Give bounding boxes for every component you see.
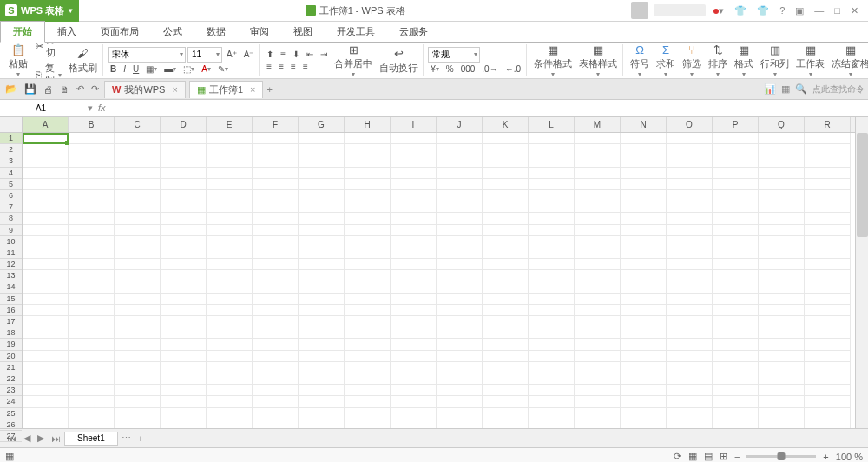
cell[interactable] <box>621 327 667 339</box>
cell[interactable] <box>23 408 69 419</box>
cell[interactable] <box>115 339 161 350</box>
cell[interactable] <box>713 327 759 339</box>
cell[interactable] <box>161 305 207 316</box>
cell[interactable] <box>345 168 391 179</box>
row-header[interactable]: 17 <box>0 316 22 327</box>
cell[interactable] <box>667 316 713 327</box>
cell[interactable] <box>23 362 69 373</box>
cell[interactable] <box>575 294 621 305</box>
cell[interactable] <box>299 385 345 396</box>
cell[interactable] <box>161 396 207 407</box>
cell[interactable] <box>483 316 529 327</box>
row-header[interactable]: 5 <box>0 179 22 190</box>
cell[interactable] <box>713 168 759 179</box>
comma-icon[interactable]: 000 <box>458 63 478 75</box>
cell[interactable] <box>299 133 345 144</box>
cell[interactable] <box>115 408 161 419</box>
cell[interactable] <box>805 305 851 316</box>
cell[interactable] <box>713 362 759 373</box>
cell[interactable] <box>621 419 667 428</box>
print-preview-icon[interactable]: 🗎 <box>58 83 71 96</box>
cell[interactable] <box>23 236 69 248</box>
col-header[interactable]: H <box>345 117 391 132</box>
cell[interactable] <box>437 144 483 155</box>
fill-color-button[interactable]: ▬ <box>161 63 179 75</box>
cell[interactable] <box>345 419 391 428</box>
cell[interactable] <box>345 316 391 327</box>
cell[interactable] <box>437 362 483 373</box>
cell[interactable] <box>345 373 391 385</box>
cell[interactable] <box>161 133 207 144</box>
menu-插入[interactable]: 插入 <box>45 22 89 42</box>
cell[interactable] <box>529 396 575 407</box>
cell[interactable] <box>437 339 483 350</box>
cell[interactable] <box>115 270 161 281</box>
cell[interactable] <box>529 155 575 167</box>
cell[interactable] <box>667 373 713 385</box>
cell[interactable] <box>529 373 575 385</box>
cell[interactable] <box>437 225 483 236</box>
zoom-slider[interactable] <box>746 455 816 458</box>
undo-icon[interactable]: ↶ <box>75 82 86 96</box>
cell[interactable] <box>391 305 437 316</box>
col-header[interactable]: E <box>207 117 253 132</box>
cell[interactable] <box>161 144 207 155</box>
cell[interactable] <box>391 408 437 419</box>
cell[interactable] <box>299 316 345 327</box>
cell[interactable] <box>759 270 805 281</box>
align-justify-icon[interactable]: ≡ <box>300 61 311 72</box>
cell[interactable] <box>667 168 713 179</box>
cell[interactable] <box>115 213 161 224</box>
cell[interactable] <box>713 133 759 144</box>
cell[interactable] <box>621 351 667 362</box>
cell[interactable] <box>207 294 253 305</box>
cell[interactable] <box>713 201 759 213</box>
cell[interactable] <box>529 385 575 396</box>
cell[interactable] <box>115 248 161 259</box>
cell[interactable] <box>805 362 851 373</box>
cond-format-button[interactable]: ▦条件格式 <box>531 43 575 79</box>
cell[interactable] <box>805 248 851 259</box>
cell[interactable] <box>161 155 207 167</box>
close-tab-icon[interactable]: × <box>250 84 255 95</box>
cell[interactable] <box>391 213 437 224</box>
cell[interactable] <box>69 168 115 179</box>
row-header[interactable]: 12 <box>0 259 22 270</box>
cell[interactable] <box>391 179 437 190</box>
row-header[interactable]: 9 <box>0 225 22 236</box>
cell[interactable] <box>299 339 345 350</box>
cell[interactable] <box>713 259 759 270</box>
cell[interactable] <box>161 327 207 339</box>
cell[interactable] <box>437 327 483 339</box>
cell[interactable] <box>667 270 713 281</box>
zoom-in-icon[interactable]: + <box>823 452 828 462</box>
cell[interactable] <box>805 201 851 213</box>
cell[interactable] <box>621 168 667 179</box>
col-header[interactable]: C <box>115 117 161 132</box>
cell[interactable] <box>529 339 575 350</box>
cell[interactable] <box>345 270 391 281</box>
cell[interactable] <box>759 190 805 201</box>
cell[interactable] <box>575 281 621 293</box>
cell[interactable] <box>207 408 253 419</box>
tab-workbook[interactable]: ▦工作簿1× <box>189 81 264 98</box>
cell[interactable] <box>713 419 759 428</box>
cell[interactable] <box>23 281 69 293</box>
cell[interactable] <box>759 305 805 316</box>
cell[interactable] <box>575 179 621 190</box>
cell[interactable] <box>759 248 805 259</box>
cell[interactable] <box>23 396 69 407</box>
font-color-button[interactable]: A <box>199 63 214 75</box>
cell[interactable] <box>207 385 253 396</box>
cell[interactable] <box>483 419 529 428</box>
col-header[interactable]: F <box>253 117 299 132</box>
cell[interactable] <box>69 236 115 248</box>
cell[interactable] <box>161 316 207 327</box>
cell[interactable] <box>161 248 207 259</box>
row-header[interactable]: 8 <box>0 213 22 224</box>
cell[interactable] <box>667 281 713 293</box>
cell[interactable] <box>345 225 391 236</box>
cell[interactable] <box>391 281 437 293</box>
cell[interactable] <box>759 385 805 396</box>
cell[interactable] <box>69 179 115 190</box>
